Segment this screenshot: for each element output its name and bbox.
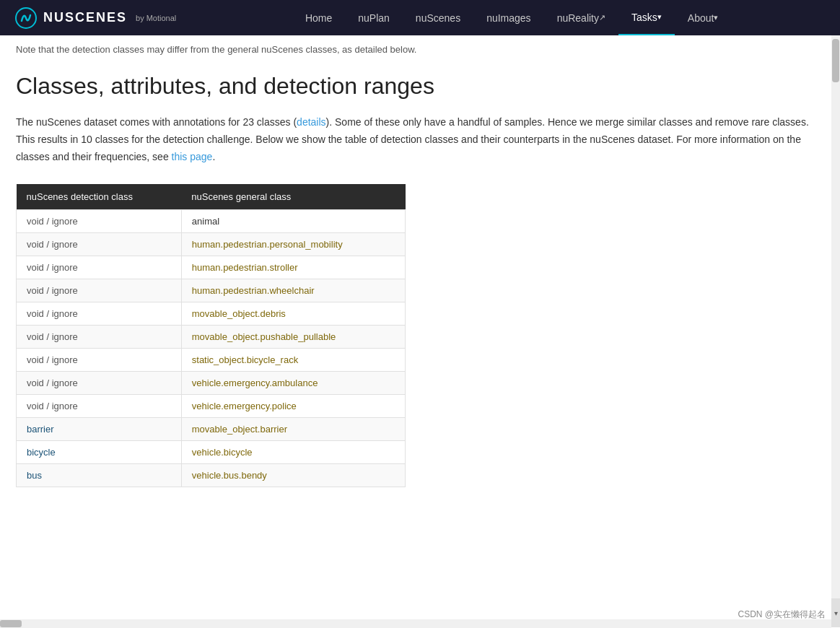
table-row: void / ignorehuman.pedestrian.personal_m… <box>17 232 406 256</box>
table-row: void / ignorestatic_object.bicycle_rack <box>17 348 406 371</box>
main-content: Note that the detection classes may diff… <box>9 35 831 516</box>
table-header-general: nuScenes general class <box>181 184 405 210</box>
general-class-cell: movable_object.pushable_pullable <box>181 325 405 348</box>
nav-nuimages[interactable]: nuImages <box>473 0 543 35</box>
table-header-detection: nuScenes detection class <box>17 184 182 210</box>
note-text: Note that the detection classes may diff… <box>16 43 810 58</box>
nav-home[interactable]: Home <box>292 0 345 35</box>
logo[interactable]: NUSCENES by Motional <box>14 6 176 30</box>
nav-about[interactable]: About <box>675 0 732 35</box>
general-class-cell: movable_object.barrier <box>181 417 405 440</box>
page-title: Classes, attributes, and detection range… <box>16 72 810 100</box>
description: The nuScenes dataset comes with annotati… <box>16 114 810 165</box>
general-class-cell: vehicle.bicycle <box>181 440 405 463</box>
nav-tasks[interactable]: Tasks <box>618 0 675 35</box>
nav-nuplan[interactable]: nuPlan <box>345 0 403 35</box>
detection-class-cell: bus <box>17 463 182 487</box>
logo-text: NUSCENES <box>43 10 127 25</box>
general-class-cell: vehicle.bus.bendy <box>181 463 405 487</box>
detection-class-cell: void / ignore <box>17 371 182 394</box>
general-class-cell: static_object.bicycle_rack <box>181 348 405 371</box>
detection-class-cell: void / ignore <box>17 348 182 371</box>
general-class-cell: vehicle.emergency.police <box>181 394 405 417</box>
detection-class-cell: void / ignore <box>17 232 182 256</box>
table-row: void / ignorehuman.pedestrian.stroller <box>17 256 406 279</box>
nav-nuscenes[interactable]: nuScenes <box>403 0 473 35</box>
nav-links: Home nuPlan nuScenes nuImages nuReality … <box>198 0 826 35</box>
table-row: void / ignoremovable_object.pushable_pul… <box>17 325 406 348</box>
general-class-cell: human.pedestrian.wheelchair <box>181 279 405 302</box>
logo-icon <box>14 6 38 30</box>
general-class-cell: animal <box>181 209 405 232</box>
detection-class-cell: bicycle <box>17 440 182 463</box>
general-class-cell: movable_object.debris <box>181 302 405 325</box>
detection-class-cell: barrier <box>17 417 182 440</box>
table-row: void / ignorevehicle.emergency.ambulance <box>17 371 406 394</box>
table-row: void / ignorehuman.pedestrian.wheelchair <box>17 279 406 302</box>
general-class-cell: vehicle.emergency.ambulance <box>181 371 405 394</box>
scrollbar-thumb[interactable] <box>832 39 839 82</box>
general-class-cell: human.pedestrian.stroller <box>181 256 405 279</box>
table-row: void / ignoreanimal <box>17 209 406 232</box>
vertical-scrollbar[interactable]: ▾ <box>831 35 840 516</box>
table-row: void / ignoremovable_object.debris <box>17 302 406 325</box>
detection-class-cell: void / ignore <box>17 256 182 279</box>
detection-class-cell: void / ignore <box>17 279 182 302</box>
nav-nureality[interactable]: nuReality <box>544 0 618 35</box>
table-row: barriermovable_object.barrier <box>17 417 406 440</box>
detection-class-cell: void / ignore <box>17 325 182 348</box>
table-row: bicyclevehicle.bicycle <box>17 440 406 463</box>
navigation: NUSCENES by Motional Home nuPlan nuScene… <box>0 0 840 35</box>
details-link[interactable]: details <box>297 116 325 128</box>
table-row: void / ignorevehicle.emergency.police <box>17 394 406 417</box>
logo-subtext: by Motional <box>136 14 176 22</box>
detection-class-cell: void / ignore <box>17 209 182 232</box>
table-row: busvehicle.bus.bendy <box>17 463 406 487</box>
detection-table: nuScenes detection class nuScenes genera… <box>16 184 406 487</box>
general-class-cell: human.pedestrian.personal_mobility <box>181 232 405 256</box>
detection-class-cell: void / ignore <box>17 302 182 325</box>
this-page-link[interactable]: this page <box>172 151 213 162</box>
detection-class-cell: void / ignore <box>17 394 182 417</box>
